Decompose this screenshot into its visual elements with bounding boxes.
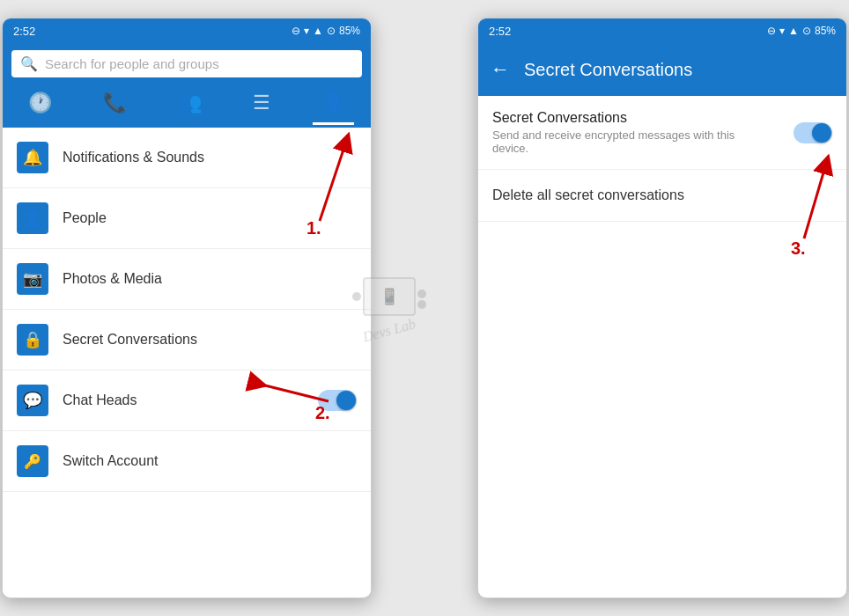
chat-icon: 💬 [23, 391, 42, 410]
search-bar: 🔍 Search for people and groups [3, 43, 371, 84]
secret-conv-toggle[interactable] [794, 122, 832, 143]
status-bar-1: 2:52 ⊖ ▾ ▲ ⊙ 85% [3, 18, 371, 43]
camera-icon: 📷 [23, 269, 42, 289]
tab-account[interactable]: 👤 [313, 88, 354, 118]
menu-icon: ☰ [253, 92, 270, 114]
secret-conv-subtitle: Send and receive encrypted messages with… [492, 128, 739, 155]
phone2: 2:52 ⊖ ▾ ▲ ⊙ 85% ← Secret Conversations [477, 18, 847, 598]
menu-item-chatheads[interactable]: 💬 Chat Heads [3, 370, 371, 431]
time-1: 2:52 [13, 25, 35, 38]
minus-icon-2: ⊖ [767, 25, 776, 37]
people-label: People [63, 210, 357, 226]
status-icons-2: ⊖ ▾ ▲ ⊙ 85% [767, 25, 836, 37]
page-header: ← Secret Conversations [478, 43, 846, 96]
secret-conv-setting[interactable]: Secret Conversations Send and receive en… [478, 96, 846, 170]
bell-icon: 🔔 [23, 148, 42, 167]
signal-icon: ▾ [304, 25, 309, 37]
bell-icon-wrap: 🔔 [17, 142, 48, 173]
search-input-wrap[interactable]: 🔍 Search for people and groups [11, 50, 362, 77]
menu-item-switchaccount[interactable]: 🔑 Switch Account [3, 431, 371, 492]
nav-tabs: 🕐 📞 👥 ☰ 👤 [3, 84, 371, 128]
secret-conv-text: Secret Conversations Send and receive en… [492, 110, 785, 155]
search-placeholder: Search for people and groups [45, 56, 219, 71]
menu-item-secret[interactable]: 🔒 Secret Conversations [3, 310, 371, 370]
menu-list: 🔔 Notifications & Sounds 👤 People 📷 [3, 128, 371, 596]
key-icon-wrap: 🔑 [17, 445, 48, 477]
key-icon: 🔑 [24, 453, 41, 470]
back-button[interactable]: ← [491, 58, 510, 81]
battery-pct-2: 85% [815, 25, 836, 37]
battery-pct-1: 85% [339, 25, 360, 37]
svg-text:3.: 3. [791, 238, 806, 258]
delete-secret-label: Delete all secret conversations [492, 187, 684, 202]
chatheads-label: Chat Heads [63, 392, 318, 408]
status-icons-1: ⊖ ▾ ▲ ⊙ 85% [292, 25, 360, 37]
account-icon: 👤 [321, 92, 345, 114]
tab-recent[interactable]: 🕐 [19, 88, 61, 118]
delete-secret-item[interactable]: Delete all secret conversations [478, 170, 846, 222]
menu-item-notifications[interactable]: 🔔 Notifications & Sounds [3, 128, 371, 188]
secret-conv-title: Secret Conversations [492, 110, 785, 126]
battery-outline-icon-2: ⊙ [802, 25, 811, 37]
wifi-icon-2: ▲ [788, 25, 799, 37]
phone-icon: 📞 [103, 92, 127, 114]
lock-icon-wrap: 🔒 [17, 324, 48, 356]
battery-outline-icon: ⊙ [327, 25, 336, 37]
people-icon: 👥 [178, 92, 202, 114]
person-icon: 👤 [23, 209, 42, 228]
tab-calls[interactable]: 📞 [94, 88, 136, 118]
phone1: 2:52 ⊖ ▾ ▲ ⊙ 85% 🔍 Search for people and… [2, 18, 372, 598]
person-icon-wrap: 👤 [17, 202, 48, 234]
phone2-wrapper: 2:52 ⊖ ▾ ▲ ⊙ 85% ← Secret Conversations [477, 18, 847, 598]
notifications-label: Notifications & Sounds [63, 150, 357, 165]
minus-icon: ⊖ [292, 25, 300, 37]
tab-menu[interactable]: ☰ [244, 88, 279, 118]
chat-icon-wrap: 💬 [17, 385, 48, 416]
status-bar-2: 2:52 ⊖ ▾ ▲ ⊙ 85% [478, 18, 846, 43]
chatheads-toggle[interactable] [318, 390, 357, 411]
photos-label: Photos & Media [63, 271, 357, 287]
tab-groups[interactable]: 👥 [169, 88, 210, 118]
secret-label: Secret Conversations [63, 332, 357, 348]
toggle-knob-1 [336, 391, 356, 410]
time-2: 2:52 [489, 25, 511, 38]
page-title: Secret Conversations [524, 60, 692, 80]
chatheads-toggle-wrap[interactable] [318, 390, 357, 411]
toggle-knob-2 [812, 123, 831, 143]
search-icon: 🔍 [20, 55, 38, 72]
signal-icon-2: ▾ [779, 25, 785, 37]
clock-icon: 🕐 [28, 92, 52, 114]
phone1-wrapper: 2:52 ⊖ ▾ ▲ ⊙ 85% 🔍 Search for people and… [2, 18, 372, 598]
switchaccount-label: Switch Account [63, 453, 357, 469]
settings-content: Secret Conversations Send and receive en… [478, 96, 846, 222]
camera-icon-wrap: 📷 [17, 263, 48, 295]
wifi-icon: ▲ [313, 25, 323, 37]
lock-icon: 🔒 [23, 330, 42, 349]
menu-item-people[interactable]: 👤 People [3, 188, 371, 249]
secret-conv-toggle-wrap[interactable] [794, 122, 832, 143]
menu-item-photos[interactable]: 📷 Photos & Media [3, 249, 371, 310]
